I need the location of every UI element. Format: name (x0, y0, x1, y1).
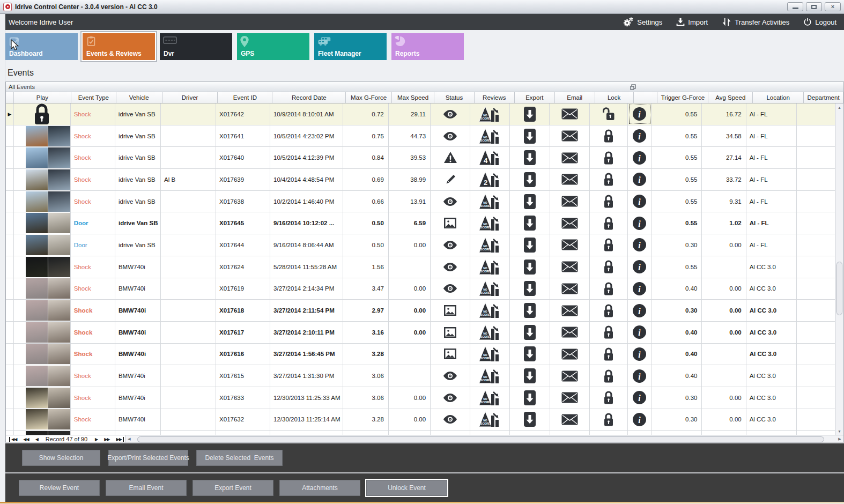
email-cell[interactable] (550, 256, 590, 278)
tab-fleet-manager[interactable]: Fleet Manager (314, 33, 387, 60)
email-cell[interactable] (550, 365, 590, 387)
info-cell[interactable]: i (628, 256, 652, 278)
email-cell[interactable] (550, 234, 590, 256)
export-cell[interactable] (510, 147, 550, 168)
tab-dashboard[interactable]: Dashboard (5, 33, 78, 60)
settings-button[interactable]: Settings (623, 17, 662, 27)
tab-reports[interactable]: Reports (391, 33, 464, 60)
export-cell[interactable] (510, 125, 550, 147)
show-selection-button[interactable]: Show Selection (22, 450, 100, 466)
column-header-driver[interactable]: Driver (162, 92, 218, 103)
tab-gps[interactable]: GPS (237, 33, 309, 60)
email-cell[interactable] (550, 278, 590, 300)
reviews-cell[interactable]: NOSCORE (470, 125, 510, 147)
first-record-button[interactable]: ◀◀ (9, 437, 20, 442)
email-cell[interactable] (550, 125, 590, 147)
reviews-cell[interactable]: NOSCORE (470, 256, 510, 278)
lock-cell[interactable] (590, 387, 628, 409)
attachments-button[interactable]: Attachments (279, 480, 360, 496)
info-cell[interactable] (628, 431, 652, 435)
lock-cell[interactable] (590, 256, 628, 278)
event-row[interactable]: ShockBMW740iX0176193/27/2014 2:14:34 PM3… (6, 278, 836, 300)
column-header-play[interactable]: Play (14, 92, 71, 103)
info-cell[interactable]: i (628, 103, 652, 125)
column-header-event-id[interactable]: Event ID (218, 92, 272, 103)
event-thumbnail[interactable] (26, 213, 71, 233)
info-cell[interactable]: i (628, 322, 652, 343)
reviews-cell[interactable]: 2 (470, 169, 510, 190)
lock-cell[interactable] (590, 409, 628, 431)
export-cell[interactable] (510, 234, 550, 256)
close-button[interactable]: × (825, 2, 841, 11)
export-cell[interactable] (510, 212, 550, 234)
play-cell[interactable] (14, 234, 71, 256)
info-cell[interactable]: i (628, 387, 652, 409)
email-cell[interactable] (550, 212, 590, 234)
info-cell[interactable]: i (628, 234, 652, 256)
event-row[interactable]: ShockBMW740iX0176245/28/2014 11:55:28 AM… (6, 256, 836, 278)
play-cell[interactable] (14, 365, 71, 387)
event-row[interactable]: Dooridrive Van SBX0176449/16/2014 8:06:4… (6, 234, 836, 256)
play-cell[interactable] (14, 147, 71, 168)
reviews-cell[interactable]: NOSCORE (470, 191, 510, 212)
play-cell[interactable] (14, 256, 71, 278)
prev-page-button[interactable]: ◀◀ (20, 437, 32, 442)
play-cell[interactable] (14, 169, 71, 190)
column-header-location[interactable]: Location (753, 92, 804, 103)
event-row[interactable]: ShockBMW740iX0176153/27/2014 1:31:30 PM3… (6, 365, 836, 387)
logout-button[interactable]: Logout (803, 17, 836, 27)
column-header-max-speed[interactable]: Max Speed (392, 92, 434, 103)
event-thumbnail[interactable] (26, 366, 71, 386)
lock-cell[interactable] (590, 278, 628, 300)
reviews-cell[interactable]: NOSCORE (470, 300, 510, 321)
play-cell[interactable] (14, 212, 71, 234)
lock-cell[interactable] (590, 147, 628, 168)
event-thumbnail[interactable] (26, 235, 71, 255)
lock-cell[interactable] (590, 125, 628, 147)
play-cell[interactable] (14, 387, 71, 409)
info-cell[interactable]: i (628, 191, 652, 212)
export-print-selected-events-button[interactable]: Export/Print Selected Events (108, 450, 188, 466)
column-header-avg-speed[interactable]: Avg Speed (708, 92, 753, 103)
horizontal-scroll-thumb[interactable] (137, 436, 824, 442)
export-cell[interactable] (510, 103, 550, 125)
event-row[interactable]: ▶Shockidrive Van SBX01764210/9/2014 8:10… (6, 103, 836, 125)
email-cell[interactable] (550, 322, 590, 343)
scroll-right-arrow[interactable]: ▶ (836, 437, 843, 441)
event-row[interactable] (6, 431, 836, 435)
event-row[interactable]: Shockidrive Van SBX01764010/5/2014 4:12:… (6, 147, 836, 169)
export-cell[interactable] (510, 387, 550, 409)
column-header-info[interactable] (634, 92, 658, 103)
email-cell[interactable] (550, 344, 590, 365)
email-cell[interactable] (550, 409, 590, 431)
event-row[interactable]: ShockBMW740iX01763312/30/2013 11:25:33 A… (6, 387, 836, 409)
lock-cell[interactable] (590, 300, 628, 321)
lock-cell[interactable] (590, 344, 628, 365)
column-header-record-date[interactable]: Record Date (272, 92, 346, 103)
play-cell[interactable] (14, 103, 71, 125)
lock-cell[interactable] (590, 234, 628, 256)
play-cell[interactable] (14, 431, 71, 435)
event-row[interactable]: ShockBMW740iX01763212/30/2013 11:25:14 A… (6, 409, 836, 431)
event-thumbnail[interactable] (26, 257, 71, 277)
tab-dvr[interactable]: Dvr (160, 33, 232, 60)
lock-cell[interactable] (590, 431, 628, 435)
column-header-lock[interactable]: Lock (595, 92, 634, 103)
lock-cell[interactable] (590, 103, 628, 125)
play-cell[interactable] (14, 344, 71, 365)
column-header-trigger-g-force[interactable]: Trigger G-Force (657, 92, 708, 103)
export-cell[interactable] (510, 344, 550, 365)
event-row[interactable]: ShockBMW740iX0176163/27/2014 1:56:45 PM3… (6, 344, 836, 366)
reviews-cell[interactable]: NOSCORE (470, 322, 510, 343)
column-header-email[interactable]: Email (555, 92, 595, 103)
export-cell[interactable] (510, 365, 550, 387)
reviews-cell[interactable]: NOSCORE (470, 344, 510, 365)
lock-cell[interactable] (590, 212, 628, 234)
column-header-status[interactable]: Status (434, 92, 475, 103)
export-cell[interactable] (510, 409, 550, 431)
maximize-button[interactable] (806, 2, 822, 11)
event-thumbnail[interactable] (26, 169, 71, 190)
next-page-button[interactable]: ▶▶ (101, 437, 113, 442)
prev-record-button[interactable]: ◀ (32, 437, 41, 442)
reviews-cell[interactable]: NOSCORE (470, 409, 510, 431)
